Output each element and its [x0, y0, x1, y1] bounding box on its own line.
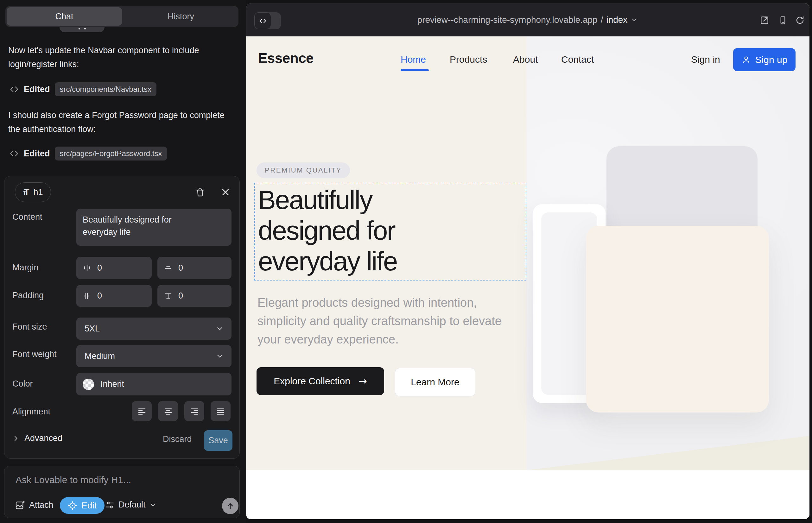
page-bottom-section — [246, 470, 810, 519]
delete-element-button[interactable] — [193, 185, 207, 199]
color-select[interactable]: Inherit — [76, 373, 231, 395]
edited-label: Edited — [24, 85, 50, 94]
element-editor-panel: TT h1 Content Beautifully designed for e… — [4, 176, 240, 459]
chevron-down-icon — [149, 502, 156, 508]
crosshair-icon — [68, 501, 77, 510]
padding-label: Padding — [12, 291, 44, 301]
discard-button[interactable]: Discard — [163, 434, 192, 444]
collapsed-pill[interactable] — [59, 27, 105, 32]
nav-link-home[interactable]: Home — [401, 54, 426, 65]
url-page: index — [606, 15, 628, 25]
font-size-select[interactable]: 5XL — [76, 318, 231, 340]
decorative-card-beige — [586, 226, 769, 413]
content-input[interactable]: Beautifully designed for everyday life — [76, 209, 231, 246]
alignment-label: Alignment — [12, 407, 50, 417]
send-button[interactable] — [222, 498, 239, 514]
chevron-down-icon[interactable] — [631, 16, 638, 24]
prompt-composer[interactable]: Ask Lovable to modify H1... Attach Edit … — [4, 466, 240, 518]
padding-y-input[interactable]: 0 — [157, 285, 231, 307]
close-editor-button[interactable] — [218, 185, 232, 199]
nav-link-contact[interactable]: Contact — [561, 54, 594, 65]
mobile-preview-icon[interactable] — [777, 15, 789, 26]
color-label: Color — [12, 379, 33, 389]
nav-link-products[interactable]: Products — [450, 54, 487, 65]
padding-x-icon — [83, 292, 91, 301]
element-tag: h1 — [34, 187, 43, 197]
decorative-wedge — [527, 436, 810, 470]
hero-paragraph: Elegant products designed with intention… — [258, 293, 514, 348]
assistant-message: I should also create a Forgot Password p… — [8, 108, 235, 136]
code-icon — [10, 149, 19, 158]
edited-file-row[interactable]: Edited src/components/Navbar.tsx — [10, 82, 156, 97]
preview-window: preview--charming-site-symphony.lovable.… — [246, 3, 810, 519]
margin-x-input[interactable]: 0 — [76, 257, 152, 279]
margin-label: Margin — [12, 263, 39, 273]
user-icon — [741, 55, 751, 65]
content-label: Content — [12, 212, 42, 222]
sliders-icon — [105, 500, 114, 510]
code-view-toggle[interactable] — [254, 12, 281, 29]
sign-in-link[interactable]: Sign in — [691, 54, 720, 65]
chevron-down-icon — [216, 352, 224, 360]
site-logo[interactable]: Essence — [258, 50, 314, 66]
font-weight-label: Font weight — [12, 349, 57, 359]
explore-collection-button[interactable]: Explore Collection → — [257, 367, 384, 395]
padding-y-icon — [164, 292, 173, 301]
model-default-button[interactable]: Default — [105, 500, 156, 510]
hero-heading[interactable]: Beautifully designed for everyday life — [258, 184, 397, 277]
advanced-toggle[interactable]: Advanced — [12, 433, 63, 443]
code-icon — [10, 85, 19, 94]
attach-button[interactable]: Attach — [15, 500, 54, 510]
url-host: preview--charming-site-symphony.lovable.… — [418, 15, 598, 25]
edit-mode-button[interactable]: Edit — [60, 497, 105, 514]
padding-x-input[interactable]: 0 — [76, 285, 152, 307]
code-icon — [254, 12, 271, 29]
margin-y-input[interactable]: 0 — [157, 257, 231, 279]
align-center-button[interactable] — [158, 401, 178, 421]
color-swatch — [83, 379, 94, 390]
image-plus-icon — [15, 500, 25, 510]
type-icon: TT — [23, 187, 30, 197]
hero-badge: PREMIUM QUALITY — [257, 162, 350, 178]
arrow-right-icon: → — [358, 375, 367, 387]
refresh-icon[interactable] — [794, 15, 806, 26]
tab-chat[interactable]: Chat — [7, 7, 122, 26]
browser-toolbar: preview--charming-site-symphony.lovable.… — [246, 3, 810, 36]
edited-file-row[interactable]: Edited src/pages/ForgotPassword.tsx — [10, 146, 167, 161]
file-path-badge[interactable]: src/pages/ForgotPassword.tsx — [55, 147, 167, 161]
align-justify-button[interactable] — [211, 401, 231, 421]
url-separator: / — [601, 15, 603, 25]
align-left-button[interactable] — [132, 401, 152, 421]
align-right-button[interactable] — [184, 401, 204, 421]
margin-x-icon — [83, 264, 91, 272]
url-bar[interactable]: preview--charming-site-symphony.lovable.… — [246, 3, 810, 36]
prompt-input[interactable]: Ask Lovable to modify H1... — [16, 474, 131, 485]
chat-history-tabbar: Chat History — [5, 6, 239, 27]
learn-more-button[interactable]: Learn More — [395, 368, 475, 396]
nav-link-about[interactable]: About — [513, 54, 538, 65]
active-nav-underline — [401, 69, 429, 71]
chat-sidebar: Chat History Now let's update the Navbar… — [0, 0, 246, 523]
sign-up-button[interactable]: Sign up — [733, 48, 796, 71]
font-weight-select[interactable]: Medium — [76, 345, 231, 367]
open-external-icon[interactable] — [759, 15, 770, 26]
site-page: Essence Home Products About Contact Sign… — [246, 36, 810, 519]
edited-label: Edited — [24, 149, 50, 159]
arrow-up-icon — [226, 502, 235, 510]
chevron-right-icon — [12, 435, 19, 442]
assistant-message: Now let's update the Navbar component to… — [8, 43, 235, 71]
tab-history[interactable]: History — [123, 6, 239, 27]
save-button[interactable]: Save — [204, 430, 232, 451]
file-path-badge[interactable]: src/components/Navbar.tsx — [55, 82, 156, 96]
margin-y-icon — [164, 264, 173, 272]
font-size-label: Font size — [12, 322, 47, 332]
selected-element-chip[interactable]: TT h1 — [15, 182, 51, 202]
chevron-down-icon — [216, 325, 224, 333]
